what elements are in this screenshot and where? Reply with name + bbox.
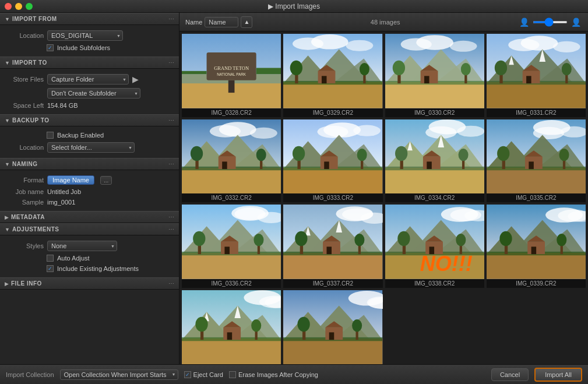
svg-rect-166	[385, 253, 484, 279]
image-cell[interactable]: IMG_0337.CR2	[283, 205, 382, 288]
maximize-button[interactable]	[26, 3, 33, 10]
minimize-button[interactable]	[15, 3, 22, 10]
include-subfolders-checkbox[interactable]	[47, 44, 54, 51]
backup-location-wrapper[interactable]: Select folder...	[47, 142, 135, 153]
store-files-wrapper[interactable]: Capture Folder	[47, 74, 129, 84]
svg-point-72	[191, 146, 203, 161]
sort-direction-button[interactable]: ▲	[241, 16, 252, 28]
image-cell[interactable]: NO!!!IMG_0338.CR2	[385, 205, 484, 288]
backup-to-section[interactable]: ▼ BACKUP TO ⋯	[0, 114, 179, 126]
location-dropdown-wrapper[interactable]: EOS_DIGITAL	[47, 30, 123, 41]
svg-rect-4	[228, 80, 235, 93]
svg-rect-100	[385, 168, 484, 194]
svg-rect-204	[227, 332, 233, 340]
space-left-row: Space Left 154.84 GB	[0, 100, 179, 111]
erase-images-checkbox[interactable]	[229, 371, 236, 378]
image-cell[interactable]: GRAND TETON NATIONAL PARK IMG_0328.CR2	[182, 34, 281, 117]
sort-select[interactable]: Name	[205, 17, 238, 27]
import-to-title: IMPORT TO	[12, 59, 47, 66]
include-existing-row: Include Existing Adjustments	[0, 263, 179, 274]
styles-row: Styles None	[0, 239, 179, 253]
image-cell[interactable]: IMG_0333.CR2	[283, 119, 382, 203]
format-badge[interactable]: Image Name	[47, 175, 94, 185]
auto-adjust-checkbox[interactable]	[47, 255, 54, 262]
adjustments-section[interactable]: ▼ ADJUSTMENTS ⋯	[0, 223, 179, 235]
image-cell[interactable]: IMG_0330.CR2	[385, 34, 484, 117]
image-cell[interactable]: IMG_0336.CR2	[182, 205, 281, 288]
image-filename: IMG_0337.CR2	[313, 279, 353, 288]
zoom-slider[interactable]	[533, 21, 568, 23]
format-more-button[interactable]: ...	[100, 176, 112, 185]
import-from-section[interactable]: ▼ IMPORT FROM ⋯	[0, 13, 179, 25]
naming-options[interactable]: ⋯	[168, 161, 174, 167]
import-from-arrow: ▼	[5, 16, 10, 22]
import-to-options[interactable]: ⋯	[168, 59, 174, 66]
image-thumbnail	[283, 290, 382, 364]
image-cell[interactable]: IMG_0332.CR2	[182, 119, 281, 203]
location-row: Location EOS_DIGITAL	[0, 29, 179, 43]
backup-location-dropdown[interactable]: Select folder...	[47, 142, 135, 153]
svg-point-56	[495, 61, 507, 76]
person-icon-left[interactable]: 👤	[518, 16, 530, 28]
adjustments-options[interactable]: ⋯	[168, 226, 174, 232]
svg-point-108	[458, 149, 468, 161]
backup-enabled-checkbox[interactable]	[47, 132, 54, 139]
metadata-section[interactable]: ▶ METADATA ⋯	[0, 211, 179, 223]
svg-text:NATIONAL PARK: NATIONAL PARK	[217, 72, 247, 76]
metadata-options[interactable]: ⋯	[168, 214, 174, 220]
svg-rect-216	[283, 339, 382, 364]
image-cell[interactable]: IMG_0334.CR2	[385, 119, 484, 203]
svg-rect-68	[219, 157, 236, 169]
window-controls[interactable]	[5, 3, 33, 10]
space-left-value: 154.84 GB	[47, 102, 78, 109]
import-collection-dropdown-wrapper[interactable]: Open Collection When Import Starts	[60, 369, 178, 380]
image-cell[interactable]: IMG_0329.CR2	[283, 34, 382, 117]
close-button[interactable]	[5, 3, 12, 10]
adjustments-arrow: ▼	[5, 227, 10, 232]
file-info-arrow: ▶	[5, 281, 9, 287]
image-cell[interactable]: IMG_0341.CR2	[283, 290, 382, 364]
location-dropdown[interactable]: EOS_DIGITAL	[47, 30, 123, 41]
eject-card-checkbox[interactable]	[184, 371, 191, 378]
subfolder-dropdown[interactable]: Don't Create Subfolder	[47, 88, 140, 98]
store-files-arrow[interactable]: ▶	[132, 75, 139, 84]
backup-to-arrow: ▼	[5, 118, 10, 124]
subfolder-wrapper[interactable]: Don't Create Subfolder	[47, 88, 140, 98]
image-filename: IMG_0330.CR2	[414, 108, 455, 117]
svg-point-224	[352, 319, 362, 332]
bottom-bar: Import Collection Open Collection When I…	[0, 364, 588, 384]
import-all-button[interactable]: Import All	[534, 368, 582, 382]
naming-section[interactable]: ▼ NAMING ⋯	[0, 158, 179, 170]
image-thumbnail	[182, 205, 281, 279]
styles-dropdown[interactable]: None	[47, 241, 117, 251]
image-cell[interactable]: IMG_0339.CR2	[487, 205, 586, 288]
svg-point-156	[295, 231, 307, 246]
image-cell[interactable]: IMG_0340.CR2	[182, 290, 281, 364]
svg-point-94	[457, 125, 484, 136]
image-filename: IMG_0328.CR2	[211, 108, 251, 117]
space-left-label: Space Left	[6, 102, 44, 109]
sample-row: Sample img_0001	[0, 197, 179, 207]
backup-location-row: Location Select folder...	[0, 140, 179, 154]
svg-point-206	[195, 317, 207, 332]
import-from-options[interactable]: ⋯	[168, 16, 174, 22]
image-cell[interactable]: IMG_0331.CR2	[487, 34, 586, 117]
svg-point-27	[416, 35, 453, 50]
svg-point-12	[346, 40, 374, 51]
store-files-dropdown[interactable]: Capture Folder	[47, 74, 129, 84]
person-icon-right[interactable]: 👤	[570, 16, 582, 28]
cancel-button[interactable]: Cancel	[491, 368, 529, 381]
import-collection-dropdown[interactable]: Open Collection When Import Starts	[60, 369, 178, 380]
file-info-options[interactable]: ⋯	[168, 280, 174, 287]
svg-rect-132	[182, 253, 281, 279]
image-cell[interactable]: IMG_0335.CR2	[487, 119, 586, 203]
backup-to-options[interactable]: ⋯	[168, 117, 174, 124]
sample-label: Sample	[6, 199, 44, 206]
svg-point-124	[559, 149, 569, 161]
styles-wrapper[interactable]: None	[47, 241, 117, 251]
svg-point-58	[562, 63, 572, 75]
import-to-section[interactable]: ▼ IMPORT TO ⋯	[0, 57, 179, 69]
image-grid: GRAND TETON NATIONAL PARK IMG_0328.CR2	[179, 31, 588, 364]
file-info-section[interactable]: ▶ FILE INFO ⋯	[0, 277, 179, 290]
include-existing-checkbox[interactable]	[47, 265, 54, 272]
